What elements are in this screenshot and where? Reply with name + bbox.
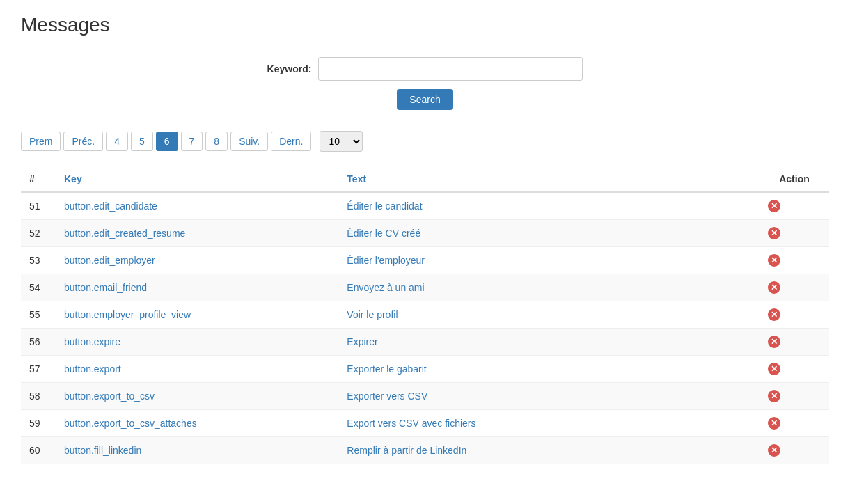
search-input[interactable] [318, 57, 583, 81]
delete-icon: ✕ [768, 444, 780, 457]
delete-button[interactable]: ✕ [768, 308, 780, 321]
col-header-key: Key [56, 166, 338, 193]
table-row: 60button.fill_linkedinRemplir à partir d… [21, 437, 829, 464]
cell-key: button.edit_employer [56, 247, 338, 274]
cell-text: Exporter le gabarit [338, 356, 760, 383]
delete-button[interactable]: ✕ [768, 281, 780, 294]
page-next-button[interactable]: Suiv. [230, 132, 268, 151]
delete-button[interactable]: ✕ [768, 254, 780, 267]
delete-button[interactable]: ✕ [768, 444, 780, 457]
text-link[interactable]: Voir le profil [347, 309, 398, 320]
cell-num: 57 [21, 356, 56, 383]
cell-key: button.export_to_csv [56, 383, 338, 410]
cell-key: button.email_friend [56, 274, 338, 301]
delete-icon: ✕ [768, 308, 780, 321]
page-prev-button[interactable]: Préc. [63, 132, 103, 151]
pagination: Prem Préc. 4 5 6 7 8 Suiv. Dern. 10 25 5… [21, 131, 829, 152]
text-link[interactable]: Envoyez à un ami [347, 282, 424, 293]
col-header-action: Action [760, 166, 829, 193]
cell-action: ✕ [760, 356, 829, 383]
key-link[interactable]: button.export [64, 363, 121, 375]
cell-action: ✕ [760, 247, 829, 274]
search-row: Keyword: [267, 57, 583, 81]
text-link[interactable]: Éditer l'employeur [347, 255, 425, 266]
cell-action: ✕ [760, 410, 829, 437]
table-row: 57button.exportExporter le gabarit✕ [21, 356, 829, 383]
cell-num: 60 [21, 437, 56, 464]
table-row: 58button.export_to_csvExporter vers CSV✕ [21, 383, 829, 410]
table-row: 59button.export_to_csv_attachesExport ve… [21, 410, 829, 437]
cell-action: ✕ [760, 383, 829, 410]
text-link[interactable]: Expirer [347, 336, 377, 347]
cell-text: Éditer l'employeur [338, 247, 760, 274]
text-link[interactable]: Exporter vers CSV [347, 391, 427, 402]
cell-key: button.export [56, 356, 338, 383]
cell-text: Envoyez à un ami [338, 274, 760, 301]
text-link[interactable]: Remplir à partir de LinkedIn [347, 445, 466, 456]
delete-button[interactable]: ✕ [768, 336, 780, 348]
search-button[interactable]: Search [397, 89, 452, 110]
key-link[interactable]: button.expire [64, 336, 120, 347]
delete-button[interactable]: ✕ [768, 390, 780, 402]
cell-action: ✕ [760, 437, 829, 464]
delete-button[interactable]: ✕ [768, 200, 780, 212]
page-6-button[interactable]: 6 [156, 132, 178, 151]
key-link[interactable]: button.email_friend [64, 282, 147, 293]
page-last-button[interactable]: Dern. [271, 132, 311, 151]
text-link[interactable]: Export vers CSV avec fichiers [347, 418, 475, 429]
cell-key: button.expire [56, 329, 338, 356]
col-header-text: Text [338, 166, 760, 193]
cell-action: ✕ [760, 220, 829, 247]
cell-text: Voir le profil [338, 301, 760, 329]
table-row: 54button.email_friendEnvoyez à un ami✕ [21, 274, 829, 301]
cell-text: Export vers CSV avec fichiers [338, 410, 760, 437]
page-first-button[interactable]: Prem [21, 132, 61, 151]
cell-num: 54 [21, 274, 56, 301]
cell-num: 53 [21, 247, 56, 274]
cell-text: Exporter vers CSV [338, 383, 760, 410]
cell-text: Remplir à partir de LinkedIn [338, 437, 760, 464]
delete-icon: ✕ [768, 281, 780, 294]
cell-action: ✕ [760, 329, 829, 356]
cell-action: ✕ [760, 192, 829, 220]
per-page-select[interactable]: 10 25 50 100 [320, 131, 363, 152]
table-row: 55button.employer_profile_viewVoir le pr… [21, 301, 829, 329]
cell-key: button.employer_profile_view [56, 301, 338, 329]
text-link[interactable]: Éditer le candidat [347, 200, 422, 212]
text-link[interactable]: Éditer le CV créé [347, 228, 420, 239]
delete-icon: ✕ [768, 417, 780, 430]
key-link[interactable]: button.fill_linkedin [64, 445, 141, 456]
table-row: 51button.edit_candidateÉditer le candida… [21, 192, 829, 220]
key-link[interactable]: button.employer_profile_view [64, 309, 191, 320]
text-link[interactable]: Exporter le gabarit [347, 363, 426, 375]
page-5-button[interactable]: 5 [131, 132, 153, 151]
key-link[interactable]: button.edit_candidate [64, 200, 157, 212]
page-8-button[interactable]: 8 [205, 132, 228, 151]
cell-num: 51 [21, 192, 56, 220]
key-link[interactable]: button.edit_employer [64, 255, 155, 266]
key-link[interactable]: button.edit_created_resume [64, 228, 185, 239]
delete-button[interactable]: ✕ [768, 227, 780, 239]
key-link[interactable]: button.export_to_csv_attaches [64, 418, 197, 429]
delete-icon: ✕ [768, 200, 780, 212]
delete-button[interactable]: ✕ [768, 363, 780, 375]
page-4-button[interactable]: 4 [106, 132, 128, 151]
cell-text: Éditer le candidat [338, 192, 760, 220]
key-link[interactable]: button.export_to_csv [64, 391, 155, 402]
delete-button[interactable]: ✕ [768, 417, 780, 430]
delete-icon: ✕ [768, 336, 780, 348]
page-title: Messages [21, 14, 829, 36]
messages-table: # Key Text Action 51button.edit_candidat… [21, 166, 829, 464]
table-header-row: # Key Text Action [21, 166, 829, 193]
cell-num: 56 [21, 329, 56, 356]
cell-key: button.fill_linkedin [56, 437, 338, 464]
col-header-num: # [21, 166, 56, 193]
cell-num: 52 [21, 220, 56, 247]
delete-icon: ✕ [768, 363, 780, 375]
page-7-button[interactable]: 7 [181, 132, 203, 151]
cell-num: 55 [21, 301, 56, 329]
cell-key: button.edit_created_resume [56, 220, 338, 247]
cell-num: 59 [21, 410, 56, 437]
delete-icon: ✕ [768, 227, 780, 239]
table-row: 52button.edit_created_resumeÉditer le CV… [21, 220, 829, 247]
